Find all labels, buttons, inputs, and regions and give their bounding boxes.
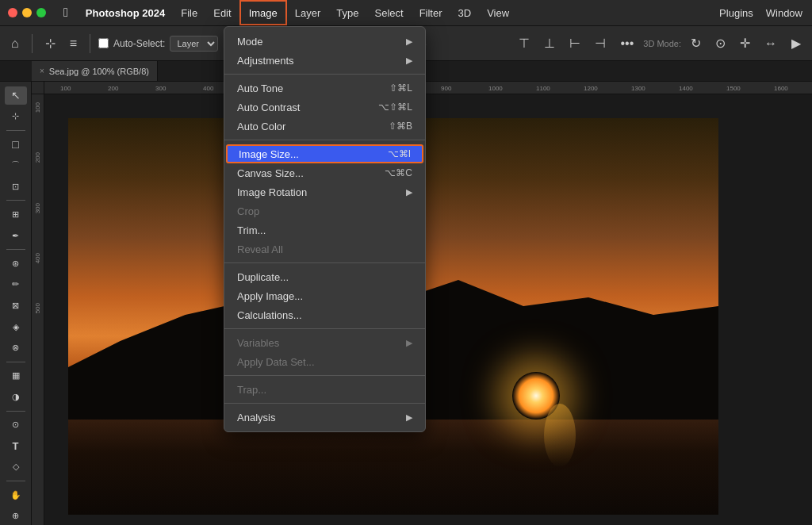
apple-menu[interactable]:  [54, 6, 78, 20]
rotate-3d-icon[interactable]: ↻ [686, 33, 706, 54]
scale-3d-icon[interactable]: ▶ [787, 33, 806, 54]
tool-separator-4 [6, 362, 25, 362]
image-dropdown-menu: Mode ▶ Adjustments ▶ Auto Tone ⇧⌘L Auto … [224, 26, 426, 432]
menu-section-2: Auto Tone ⇧⌘L Auto Contrast ⌥⇧⌘L Auto Co… [224, 77, 425, 137]
menu-item-auto-contrast[interactable]: Auto Contrast ⌥⇧⌘L [224, 98, 425, 117]
heal-tool-icon[interactable]: ⊛ [5, 255, 27, 273]
menu-window[interactable]: Window [766, 7, 802, 19]
ruler-mark: 400 [203, 85, 213, 92]
app-name: Photoshop 2024 [78, 7, 173, 19]
maximize-button[interactable] [36, 8, 46, 17]
gradient-tool-icon[interactable]: ▦ [5, 367, 27, 385]
menu-3d[interactable]: 3D [450, 0, 480, 25]
menu-item-canvas-size[interactable]: Canvas Size... ⌥⌘C [224, 163, 425, 182]
menu-item-image-rotation[interactable]: Image Rotation ▶ [224, 182, 425, 201]
ruler-v-mark: 400 [34, 253, 41, 263]
text-tool-icon[interactable]: T [5, 437, 27, 455]
ruler-horizontal: 100 200 300 400 500 600 700 800 900 1000… [44, 82, 812, 94]
menu-section-3: Image Size... ⌥⌘I Canvas Size... ⌥⌘C Ima… [224, 143, 425, 260]
stamp-tool-icon[interactable]: ⊠ [5, 297, 27, 315]
menu-divider-4 [224, 328, 425, 329]
ruler-mark: 1200 [584, 85, 598, 92]
menu-item-auto-color[interactable]: Auto Color ⇧⌘B [224, 117, 425, 136]
menu-type[interactable]: Type [328, 0, 366, 25]
align-left-icon[interactable]: ⊣ [590, 33, 611, 54]
menu-item-variables: Variables ▶ [224, 333, 425, 352]
marquee-tool-icon[interactable]: □ [5, 136, 27, 154]
menu-plugins[interactable]: Plugins [719, 7, 753, 19]
history-tool-icon[interactable]: ◈ [5, 318, 27, 336]
crop-tool-icon[interactable]: ⊞ [5, 205, 27, 224]
menu-right: Plugins Window [710, 7, 812, 19]
tools-panel: ↖ ⊹ □ ⌒ ⊡ ⊞ ✒ ⊛ ✏ ⊠ ◈ ⊗ ▦ ◑ ⊙ T ◇ ✋ ⊕ [0, 82, 32, 525]
eyedropper-icon[interactable]: ✒ [5, 227, 27, 245]
menu-item-calculations[interactable]: Calculations... [224, 305, 425, 324]
ruler-mark: 1000 [488, 85, 503, 92]
pan-3d-icon[interactable]: ✛ [735, 33, 755, 54]
arrange2-icon[interactable]: ≡ [65, 33, 82, 54]
lasso-tool-icon[interactable]: ⌒ [5, 156, 27, 174]
slide-3d-icon[interactable]: ↔ [760, 33, 782, 54]
more-icon[interactable]: ••• [615, 33, 638, 54]
menu-divider-5 [224, 375, 425, 376]
autoselect-checkbox[interactable] [98, 38, 109, 48]
menu-item-apply-dataset: Apply Data Set... [224, 352, 425, 371]
artboard-tool-icon[interactable]: ⊹ [5, 108, 27, 126]
menu-image[interactable]: Image [239, 0, 287, 25]
minimize-button[interactable] [22, 8, 32, 17]
menu-bar:  Photoshop 2024 File Edit Image Layer T… [0, 0, 812, 26]
tab-close-icon[interactable]: × [40, 67, 44, 75]
shape-tool-icon[interactable]: ◇ [5, 458, 27, 477]
ruler-mark: 1600 [774, 85, 788, 92]
ruler-v-mark: 300 [34, 203, 41, 213]
arrange-icon[interactable]: ⊹ [40, 33, 60, 54]
menu-section-1: Mode ▶ Adjustments ▶ [224, 30, 425, 71]
menu-file[interactable]: File [173, 0, 205, 25]
tool-separator-5 [6, 411, 25, 412]
align-bottom-icon[interactable]: ⊢ [565, 33, 585, 54]
menu-section-6: Trap... [224, 378, 425, 400]
menu-view[interactable]: View [479, 0, 517, 25]
ruler-mark: 300 [155, 85, 166, 92]
menu-layer[interactable]: Layer [287, 0, 329, 25]
align-top-icon[interactable]: ⊤ [514, 33, 534, 54]
tool-separator-6 [6, 481, 25, 481]
orbit-3d-icon[interactable]: ⊙ [710, 33, 730, 54]
menu-item-image-size[interactable]: Image Size... ⌥⌘I [226, 144, 423, 163]
align-middle-icon[interactable]: ⊥ [539, 33, 560, 54]
ruler-mark: 900 [441, 85, 451, 92]
menu-divider-6 [224, 403, 425, 404]
object-select-icon[interactable]: ⊡ [5, 178, 27, 196]
document-tab[interactable]: × Sea.jpg @ 100% (RGB/8) [32, 61, 158, 81]
menu-section-4: Duplicate... Apply Image... Calculations… [224, 266, 425, 326]
move-tool-icon[interactable]: ↖ [5, 86, 27, 105]
dodge-tool-icon[interactable]: ◑ [5, 388, 27, 406]
brush-tool-icon[interactable]: ✏ [5, 276, 27, 294]
menu-item-trap: Trap... [224, 380, 425, 399]
ruler-v-mark: 200 [34, 152, 41, 163]
menu-select[interactable]: Select [366, 0, 411, 25]
menu-item-duplicate[interactable]: Duplicate... [224, 267, 425, 286]
menu-filter[interactable]: Filter [412, 0, 450, 25]
close-button[interactable] [8, 8, 17, 17]
toolbar-3d-label: 3D Mode: [643, 39, 681, 48]
menu-item-analysis[interactable]: Analysis ▶ [224, 408, 425, 427]
menu-section-7: Analysis ▶ [224, 406, 425, 428]
zoom-tool-icon[interactable]: ⊕ [5, 507, 27, 525]
ruler-mark: 100 [60, 85, 71, 92]
menu-item-adjustments[interactable]: Adjustments ▶ [224, 51, 425, 70]
menu-item-apply-image[interactable]: Apply Image... [224, 286, 425, 305]
menu-item-mode[interactable]: Mode ▶ [224, 32, 425, 51]
menu-item-auto-tone[interactable]: Auto Tone ⇧⌘L [224, 79, 425, 98]
ruler-mark: 1300 [631, 85, 645, 92]
eraser-tool-icon[interactable]: ⊗ [5, 339, 27, 357]
autoselect-label: Auto-Select: [113, 38, 165, 49]
pen-tool-icon[interactable]: ⊙ [5, 416, 27, 435]
menu-item-trim[interactable]: Trim... [224, 220, 425, 240]
menu-section-5: Variables ▶ Apply Data Set... [224, 331, 425, 373]
hand-tool-icon[interactable]: ✋ [5, 486, 27, 504]
menu-edit[interactable]: Edit [205, 0, 239, 25]
autoselect-dropdown[interactable]: Layer Group [170, 36, 218, 52]
move-icon[interactable]: ⌂ [6, 33, 24, 54]
canvas-content [44, 94, 812, 525]
